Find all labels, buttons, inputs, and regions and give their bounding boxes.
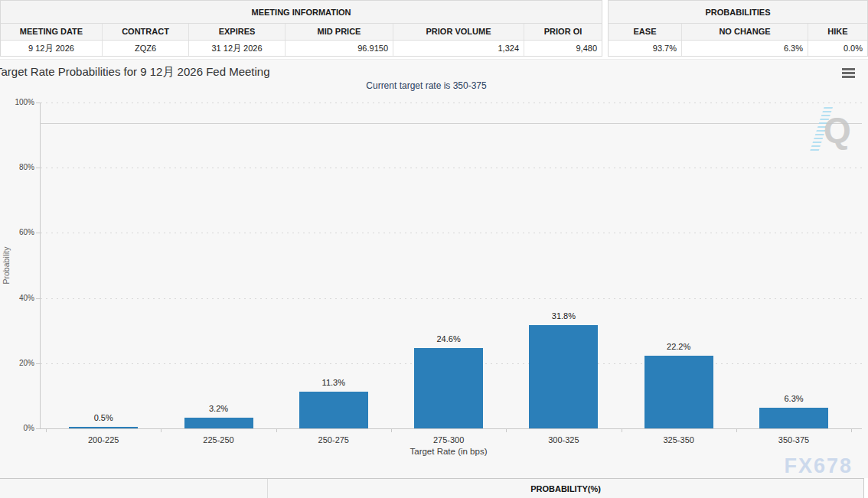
bar-value-label: 22.2%: [641, 342, 717, 351]
footer-empty-cell: [0, 479, 268, 498]
y-axis-tick-label: 60%: [2, 228, 34, 236]
q-logo-letter: Q: [824, 112, 851, 148]
col-contract: CONTRACT: [103, 24, 189, 40]
y-axis-tick: [36, 103, 40, 103]
x-axis-tick: [391, 428, 392, 432]
y-axis-tick: [36, 363, 40, 364]
x-axis-tick: [851, 428, 852, 432]
y-axis-tick-label: 0%: [2, 424, 34, 432]
col-mid-price: MID PRICE: [286, 24, 393, 40]
footer-probability-header: PROBABILITY(%): [268, 479, 863, 498]
probability-table-footer: PROBABILITY(%): [0, 478, 864, 498]
ease-value: 93.7%: [609, 41, 682, 56]
hike-value: 0.0%: [808, 41, 867, 56]
chart-bar[interactable]: [414, 348, 483, 428]
x-axis-tick-label: 225-250: [177, 435, 261, 444]
y-axis-title: Probability: [2, 246, 11, 284]
horizontal-gridline: [41, 168, 862, 168]
col-prior-volume: PRIOR VOLUME: [393, 24, 524, 40]
x-axis-tick: [622, 428, 622, 432]
chart-bar[interactable]: [529, 325, 598, 429]
x-axis-tick: [506, 428, 507, 432]
x-axis-title: Target Rate (in bps): [410, 447, 488, 456]
target-rate-chart-panel: Target Rate Probabilities for 9 12月 2026…: [0, 59, 868, 478]
col-hike: HIKE: [808, 24, 867, 40]
col-prior-oi: PRIOR OI: [524, 24, 602, 40]
x-axis-tick: [46, 428, 47, 432]
chart-plot-area: 0%20%40%60%80%100%0.5%200-2253.2%225-250…: [0, 60, 868, 479]
y-axis-line: [40, 103, 41, 428]
y-axis-tick-label: 40%: [2, 294, 34, 302]
bar-value-label: 0.5%: [65, 413, 142, 422]
x-axis-tick-label: 325-350: [637, 435, 721, 444]
bar-value-label: 31.8%: [525, 311, 602, 321]
probabilities-header-row: EASE NO CHANGE HIKE: [609, 24, 867, 41]
y-axis-tick: [36, 233, 40, 233]
prior-volume-value: 1,324: [393, 41, 524, 56]
meeting-information-title: MEETING INFORMATION: [1, 1, 602, 24]
y-axis-tick: [36, 168, 40, 168]
bar-value-label: 6.3%: [755, 394, 832, 403]
y-axis-tick: [36, 298, 40, 299]
chart-bar[interactable]: [69, 427, 138, 428]
x-axis-tick: [161, 428, 162, 432]
chart-bar[interactable]: [184, 418, 253, 428]
bar-value-label: 3.2%: [181, 404, 257, 413]
probabilities-table: PROBABILITIES EASE NO CHANGE HIKE 93.7% …: [608, 0, 868, 57]
col-no-change: NO CHANGE: [682, 24, 808, 40]
horizontal-gridline: [41, 298, 862, 299]
horizontal-gridline: [41, 233, 862, 233]
meeting-date-value: 9 12月 2026: [1, 41, 103, 56]
y-axis-tick-label: 20%: [2, 359, 34, 367]
x-axis-tick: [736, 428, 737, 432]
x-axis-tick: [276, 428, 277, 432]
meeting-information-header-row: MEETING DATE CONTRACT EXPIRES MID PRICE …: [1, 24, 602, 41]
x-axis-tick-label: 275-300: [406, 435, 491, 444]
quikstrike-q-logo-watermark: Q: [810, 106, 856, 153]
col-expires: EXPIRES: [189, 24, 286, 40]
chart-bar[interactable]: [299, 392, 368, 428]
probabilities-data-row: 93.7% 6.3% 0.0%: [609, 41, 867, 56]
y-axis-tick-label: 100%: [2, 98, 34, 106]
prior-oi-value: 9,480: [524, 41, 602, 56]
ease-threshold-line: [40, 123, 862, 124]
x-axis-tick-label: 300-325: [521, 435, 605, 444]
col-ease: EASE: [609, 24, 682, 40]
bar-value-label: 24.6%: [410, 334, 487, 343]
horizontal-gridline: [41, 103, 862, 103]
contract-value: ZQZ6: [103, 41, 189, 56]
bar-value-label: 11.3%: [295, 378, 372, 387]
mid-price-value: 96.9150: [286, 41, 393, 56]
probabilities-title: PROBABILITIES: [609, 1, 867, 24]
fx678-watermark: FX678: [784, 454, 853, 478]
expires-value: 31 12月 2026: [189, 41, 286, 56]
meeting-information-data-row: 9 12月 2026 ZQZ6 31 12月 2026 96.9150 1,32…: [1, 41, 602, 56]
y-axis-tick-label: 80%: [2, 163, 34, 171]
chart-bar[interactable]: [759, 408, 828, 428]
x-axis-tick-label: 250-275: [292, 435, 376, 444]
x-axis-line: [40, 428, 862, 429]
x-axis-tick-label: 350-375: [752, 435, 836, 444]
y-axis-tick: [36, 428, 40, 429]
x-axis-tick-label: 200-225: [61, 435, 145, 444]
meeting-information-table: MEETING INFORMATION MEETING DATE CONTRAC…: [0, 0, 602, 57]
no-change-value: 6.3%: [682, 41, 808, 56]
chart-bar[interactable]: [644, 356, 713, 428]
col-meeting-date: MEETING DATE: [1, 24, 103, 40]
